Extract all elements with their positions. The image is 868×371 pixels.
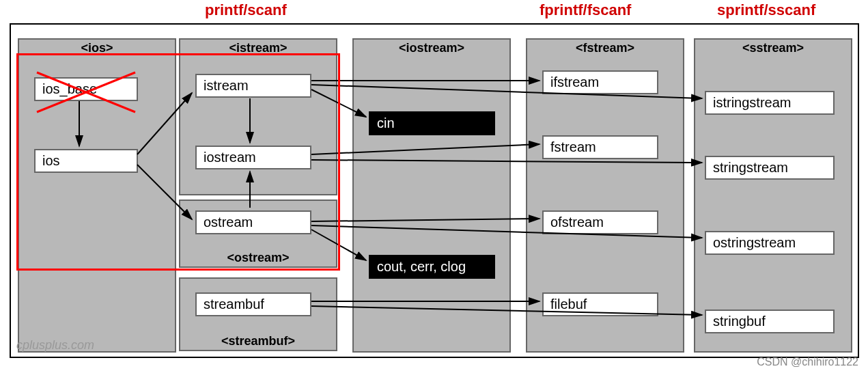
- column-sstream: <sstream> istringstream stringstream ost…: [694, 38, 852, 353]
- column-streambuf: streambuf <streambuf>: [179, 277, 337, 351]
- node-ostream: ostream: [195, 210, 311, 234]
- column-istream-header: <istream>: [180, 40, 336, 57]
- watermark-csdn: CSDN @chihiro1122: [757, 356, 858, 368]
- node-streambuf: streambuf: [195, 292, 311, 316]
- node-stringstream: stringstream: [705, 156, 835, 180]
- column-iostream: <iostream> cin cout, cerr, clog: [352, 38, 511, 353]
- label-fprintf: fprintf/fscanf: [540, 1, 631, 19]
- watermark-cplusplus: cplusplus.com: [16, 338, 94, 353]
- node-istream: istream: [195, 74, 311, 98]
- node-ofstream: ofstream: [542, 210, 658, 234]
- column-streambuf-header: <streambuf>: [180, 334, 336, 348]
- node-istringstream: istringstream: [705, 91, 835, 115]
- top-labels-row: printf/scanf fprintf/fscanf sprintf/ssca…: [0, 0, 868, 20]
- node-cout: cout, cerr, clog: [369, 255, 495, 279]
- node-ostringstream: ostringstream: [705, 231, 835, 255]
- column-iostream-header: <iostream>: [354, 40, 509, 57]
- label-printf: printf/scanf: [205, 1, 287, 19]
- node-stringbuf: stringbuf: [705, 310, 835, 333]
- node-filebuf: filebuf: [542, 292, 658, 316]
- label-sprintf: sprintf/sscanf: [717, 1, 815, 19]
- column-ostream: ostream <ostream>: [179, 200, 337, 268]
- column-sstream-header: <sstream>: [695, 40, 851, 57]
- node-ios-base: ios_base: [34, 77, 138, 101]
- node-ios: ios: [34, 149, 138, 173]
- column-istream: <istream> istream iostream: [179, 38, 337, 195]
- column-ostream-header: <ostream>: [180, 251, 336, 265]
- column-fstream-header: <fstream>: [527, 40, 683, 57]
- node-cin: cin: [369, 111, 495, 135]
- node-ifstream: ifstream: [542, 70, 658, 94]
- column-ios-header: <ios>: [19, 40, 175, 57]
- diagram-frame: <ios> ios_base ios <istream> istream ios…: [10, 23, 859, 358]
- column-fstream: <fstream> ifstream fstream ofstream file…: [526, 38, 684, 353]
- column-ios: <ios> ios_base ios: [18, 38, 176, 353]
- node-fstream: fstream: [542, 135, 658, 159]
- node-iostream: iostream: [195, 146, 311, 169]
